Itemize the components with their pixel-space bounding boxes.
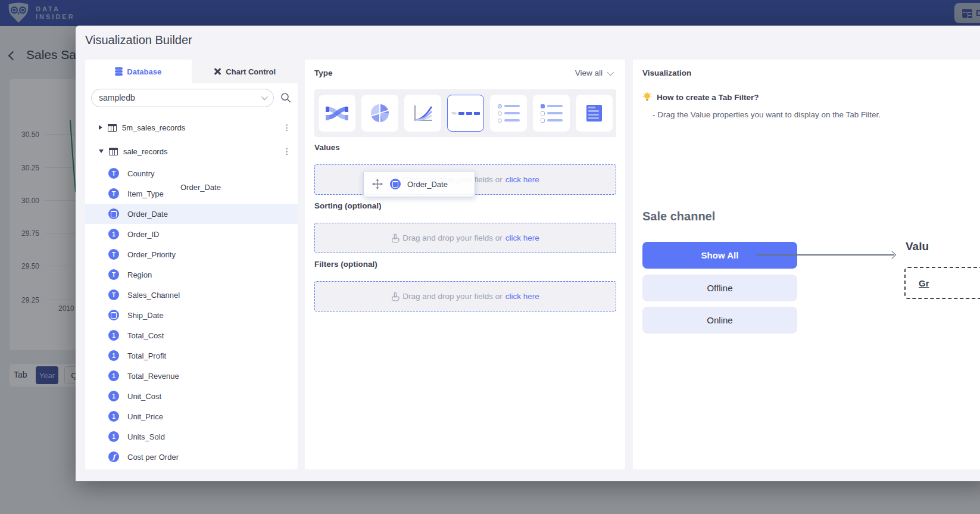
database-select-value: sampledb [99,93,261,102]
number-field-icon [108,391,119,401]
table-menu-kebab[interactable] [282,147,292,156]
filters-section-label: Filters (optional) [314,260,377,269]
field-total-cost[interactable]: Total_Cost [85,325,298,345]
field-order-id[interactable]: Order_ID [85,224,298,244]
visualization-title: Visualization [642,68,691,77]
field-sales-channel[interactable]: Sales_Channel [85,285,298,305]
tools-icon [213,67,221,76]
chart-type-table[interactable] [576,95,613,132]
type-section-label: Type [314,68,333,77]
table-5m-sales-records[interactable]: 5m_sales_records [85,116,298,139]
field-unit-cost[interactable]: Unit_Cost [85,386,298,406]
sankey-icon [326,105,348,122]
drag-ghost: Order_Date [363,171,475,197]
drag-hand-icon [391,233,400,243]
function-field-icon [108,451,119,462]
chart-type-checkbox-list[interactable] [533,95,570,132]
radio-list-icon [498,104,520,123]
tab-database-label: Database [127,67,161,76]
chart-type-strip: Tab [314,89,616,137]
number-field-icon [108,330,119,341]
brand-line1: DATA [36,5,75,13]
values-click-here-link[interactable]: click here [505,175,539,184]
search-icon[interactable] [280,92,292,104]
tip-title: How to create a Tab Filter? [657,93,759,102]
owl-logo-icon [7,2,30,24]
dashboard-switcher-button[interactable]: D [954,3,980,23]
text-field-icon [108,289,119,300]
field-unit-price[interactable]: Unit_Price [85,406,298,426]
text-field-icon [108,249,119,260]
chart-type-pie[interactable] [361,95,398,132]
top-navbar: DATA INSIDER D [0,0,980,26]
sorting-click-here-link[interactable]: click here [505,233,539,242]
filters-click-here-link[interactable]: click here [505,292,539,301]
preview-button-online[interactable]: Online [642,307,797,334]
line-chart-icon [413,104,433,122]
field-cost-per-order[interactable]: Cost per Order [85,447,298,467]
tab-chart-control[interactable]: Chart Control [192,60,298,83]
tab-database[interactable]: Database [85,60,192,83]
number-field-icon [108,370,119,381]
number-field-icon [108,350,119,361]
filters-dropzone[interactable]: Drag and drop your fields or click here [314,281,616,311]
field-country[interactable]: Country [85,163,298,183]
left-panel-tabbar: Database Chart Control [85,60,298,83]
field-total-profit[interactable]: Total_Profit [85,345,298,366]
table-menu-kebab[interactable] [282,123,292,132]
tab-filter-icon: Tab [451,111,479,115]
field-region[interactable]: Region [85,264,298,285]
table-sale-records[interactable]: sale_records [85,139,298,163]
tab-chart-control-label: Chart Control [226,67,276,76]
tip-body: - Drag the Value properties you want to … [653,110,881,119]
schema-tree: 5m_sales_records sale_records Country It… [85,112,298,467]
annotation-group-box: Gr [904,267,980,299]
text-field-icon [108,168,119,179]
view-all-dropdown[interactable]: View all [575,68,612,77]
field-order-priority[interactable]: Order_Priority [85,244,298,264]
modal-title: Visualization Builder [85,33,192,47]
values-section-label: Values [314,143,340,152]
number-field-icon [108,411,119,422]
text-field-icon [108,269,119,280]
drag-hand-icon [391,292,400,301]
date-field-icon [390,179,401,189]
dashboard-switcher-label: D [976,8,980,18]
chart-type-radio-list[interactable] [490,95,527,132]
drag-preview-label: Order_Date [180,183,221,192]
checkbox-list-icon [541,104,563,123]
field-units-sold[interactable]: Units_Sold [85,426,298,447]
date-field-icon [108,310,119,320]
sorting-dropzone[interactable]: Drag and drop your fields or click here [314,223,616,253]
field-ship-date[interactable]: Ship_Date [85,305,298,325]
sorting-section-label: Sorting (optional) [314,201,382,210]
number-field-icon [108,229,119,239]
chart-type-tab-filter[interactable]: Tab [447,95,484,132]
database-search-row: sampledb [85,83,298,112]
database-icon [115,67,123,76]
dropzone-placeholder: Drag and drop your fields or [402,233,502,242]
field-total-revenue[interactable]: Total_Revenue [85,366,298,386]
number-field-icon [108,431,119,442]
preview-button-offline[interactable]: Offline [642,275,797,301]
chart-type-line[interactable] [404,95,441,132]
preview-button-show-all[interactable]: Show All [642,242,797,269]
text-field-icon [108,188,119,199]
visualization-panel: Visualization How to create a Tab Filter… [633,60,980,469]
preview-title: Sale channel [642,210,715,223]
annotation-group-link[interactable]: Gr [919,278,929,288]
date-field-icon [108,208,119,219]
annotation-value-label: Valu [906,240,929,253]
table-icon [108,124,117,132]
chevron-down-icon [607,68,614,75]
database-select[interactable]: sampledb [91,89,274,107]
caret-collapsed-icon[interactable] [99,125,102,130]
annotation-arrow [756,254,894,256]
builder-panel: Type View all [305,60,625,469]
dashboard-grid-icon [962,9,972,17]
chart-type-sankey[interactable] [319,95,355,132]
field-order-date[interactable]: Order_Date [85,204,298,224]
database-panel: Database Chart Control sampledb [85,60,298,469]
caret-expanded-icon[interactable] [99,149,104,153]
brand-logo[interactable]: DATA INSIDER [7,2,75,24]
